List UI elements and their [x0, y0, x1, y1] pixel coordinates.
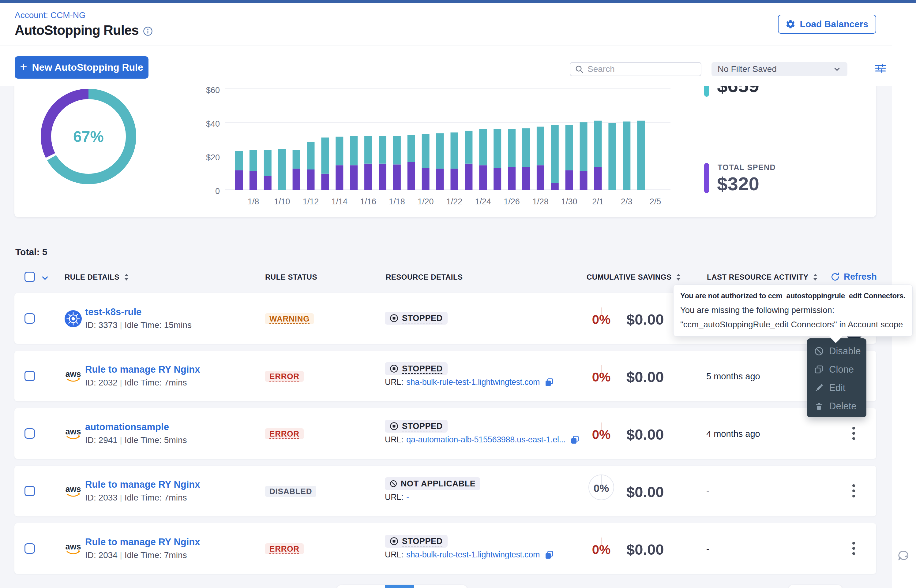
rule-name-link[interactable]: Rule to manage RY Nginx: [85, 364, 200, 375]
rule-meta: ID: 2941|Idle Time: 5mins: [85, 435, 187, 445]
rule-name-link[interactable]: test-k8s-rule: [85, 307, 141, 318]
svg-text:1/26: 1/26: [503, 197, 520, 206]
last-activity: -: [706, 486, 709, 496]
column-header-last-resource-activity[interactable]: LAST RESOURCE ACTIVITY: [707, 273, 818, 281]
row-checkbox[interactable]: [24, 371, 35, 381]
svg-text:1/12: 1/12: [303, 197, 319, 206]
menu-item-disable[interactable]: Disable: [807, 342, 866, 360]
clone-icon: [814, 365, 824, 374]
rule-name-link[interactable]: Rule to manage RY Nginx: [85, 479, 200, 490]
table-row[interactable]: aws Rule to manage RY Nginx ID: 2032|Idl…: [15, 351, 876, 401]
copy-icon[interactable]: [570, 435, 579, 444]
search-box: [570, 62, 701, 76]
bulk-select-chevron-icon[interactable]: [40, 273, 50, 284]
total-savings-value: $659: [717, 86, 759, 96]
svg-text:2/1: 2/1: [592, 197, 604, 206]
table-row[interactable]: aws Rule to manage RY Nginx ID: 2034|Idl…: [15, 523, 876, 574]
rule-meta: ID: 2033|Idle Time: 7mins: [85, 493, 187, 502]
refresh-icon: [830, 272, 840, 282]
spend-savings-bar-chart: $60$40$2001/81/101/121/141/161/181/201/2…: [198, 86, 688, 211]
resource-state-badge: STOPPED: [385, 420, 448, 433]
resource-url: URL: -: [385, 493, 409, 502]
saved-filter-select[interactable]: No Filter Saved: [712, 62, 847, 76]
pagination-bar[interactable]: [337, 585, 467, 588]
menu-item-delete[interactable]: Delete: [807, 397, 866, 415]
savings-gauge: 0%: [588, 351, 614, 401]
kubernetes-icon: [65, 310, 82, 327]
delete-icon: [814, 402, 824, 411]
row-checkbox[interactable]: [24, 428, 35, 439]
last-activity: 5 months ago: [706, 372, 760, 381]
svg-text:1/18: 1/18: [389, 197, 405, 206]
resource-url-link[interactable]: -: [406, 493, 409, 502]
svg-text:1/24: 1/24: [475, 197, 491, 206]
svg-text:$60: $60: [206, 86, 220, 95]
row-actions-kebab-icon[interactable]: [849, 425, 858, 442]
savings-amount: $0.00: [626, 426, 697, 443]
column-header-cumulative-savings[interactable]: CUMULATIVE SAVINGS: [587, 273, 681, 281]
rule-status-badge: ERROR: [265, 543, 304, 554]
rule-name-link[interactable]: Rule to manage RY Nginx: [85, 536, 200, 548]
resource-url: URL: sha-bulk-rule-test-1.lightwingtest.…: [385, 550, 554, 559]
aws-icon: aws: [65, 483, 82, 500]
tooltip-line-1: You are not authorized to ccm_autostoppi…: [680, 289, 910, 303]
content-scroll-area: 67% $60$40$2001/81/101/121/141/161/181/2…: [0, 86, 892, 588]
select-all-checkbox[interactable]: [24, 272, 35, 282]
chevron-down-icon: [833, 65, 841, 73]
sort-icon: [124, 273, 129, 281]
permission-tooltip: You are not authorized to ccm_autostoppi…: [673, 284, 913, 336]
sort-icon: [812, 273, 818, 281]
table-row[interactable]: aws automationsample ID: 2941|Idle Time:…: [15, 408, 876, 459]
rule-meta: ID: 3373|Idle Time: 15mins: [85, 320, 192, 330]
sort-icon: [676, 273, 681, 281]
aws-icon: aws: [65, 425, 82, 443]
svg-text:2/3: 2/3: [621, 197, 633, 206]
filter-panel-icon[interactable]: [872, 60, 888, 76]
column-header-rule-details[interactable]: RULE DETAILS: [65, 273, 129, 281]
resource-url: URL: qa-automation-alb-515563988.us-east…: [385, 435, 579, 444]
breadcrumb-account-link[interactable]: Account: CCM-NG: [15, 10, 86, 20]
table-row[interactable]: aws Rule to manage RY Nginx ID: 2033|Idl…: [15, 466, 876, 517]
savings-gauge: 0%: [588, 466, 614, 517]
resource-url: URL: sha-bulk-rule-test-1.lightwingtest.…: [385, 378, 554, 387]
rule-status-badge: WARNING: [265, 313, 314, 324]
refresh-button[interactable]: Refresh: [830, 272, 877, 282]
row-checkbox[interactable]: [24, 486, 35, 496]
column-header-rule-status: RULE STATUS: [265, 273, 317, 281]
rule-name-link[interactable]: automationsample: [85, 422, 169, 433]
tooltip-line-3: "ccm_autoStoppingRule_edit Connectors" i…: [680, 317, 910, 332]
savings-amount: $0.00: [626, 483, 697, 501]
row-checkbox[interactable]: [24, 313, 35, 324]
new-autostopping-rule-button[interactable]: + New AutoStopping Rule: [15, 56, 149, 79]
menu-item-clone[interactable]: Clone: [807, 360, 866, 379]
savings-gauge: 0%: [588, 408, 614, 459]
aws-icon: aws: [65, 540, 82, 557]
load-balancers-button[interactable]: Load Balancers: [778, 15, 876, 34]
resource-url-link[interactable]: sha-bulk-rule-test-1.lightwingtest.com: [406, 550, 540, 559]
pagination-active-page[interactable]: [385, 585, 414, 588]
chat-bubble-icon[interactable]: [897, 548, 911, 563]
copy-icon[interactable]: [545, 378, 554, 387]
help-docked-button[interactable]: [789, 585, 842, 588]
resource-state-badge: NOT APPLICABLE: [385, 477, 481, 490]
info-icon[interactable]: [143, 26, 153, 36]
svg-text:1/8: 1/8: [248, 197, 259, 206]
row-actions-kebab-icon[interactable]: [849, 540, 858, 557]
savings-amount: $0.00: [626, 541, 697, 558]
row-actions-kebab-icon[interactable]: [849, 483, 858, 499]
resource-url-link[interactable]: qa-automation-alb-515563988.us-east-1.el…: [406, 435, 565, 444]
load-balancers-label: Load Balancers: [800, 19, 868, 29]
app-top-accent-bar: [0, 0, 916, 3]
resource-url-link[interactable]: sha-bulk-rule-test-1.lightwingtest.com: [406, 378, 540, 387]
menu-item-edit[interactable]: Edit: [807, 379, 866, 397]
rule-status-badge: ERROR: [265, 428, 304, 439]
copy-icon[interactable]: [545, 550, 554, 559]
resource-state-badge: STOPPED: [385, 535, 448, 548]
total-spend-label: TOTAL SPEND: [718, 163, 776, 172]
search-input[interactable]: [587, 64, 696, 74]
last-activity: 4 months ago: [706, 429, 760, 439]
svg-text:1/20: 1/20: [418, 197, 434, 206]
svg-text:1/22: 1/22: [447, 197, 463, 206]
ban-icon: [814, 347, 824, 356]
row-checkbox[interactable]: [24, 543, 35, 554]
